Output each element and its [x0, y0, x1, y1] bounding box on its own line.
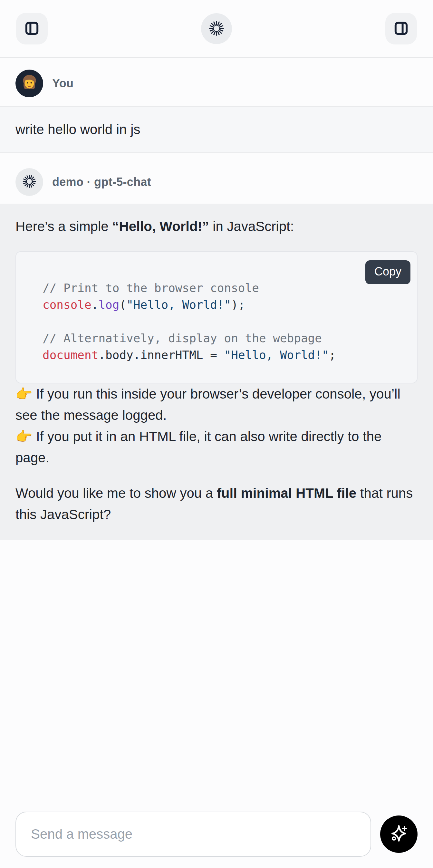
copy-code-button[interactable]: Copy: [365, 260, 410, 284]
panel-left-icon: [24, 21, 40, 37]
assistant-message: demo · gpt-5-chat Here’s a simple “Hello…: [0, 168, 433, 540]
question-bold: full minimal HTML file: [217, 486, 356, 501]
composer-bar: [0, 800, 433, 868]
chat-scroll-area: You write hello world in js demo · gpt-5…: [0, 58, 433, 800]
right-panel-toggle-button[interactable]: [385, 13, 417, 44]
code-block: Copy // Print to the browser consolecons…: [16, 251, 417, 383]
assistant-message-body: Here’s a simple “Hello, World!” in JavaS…: [0, 204, 433, 540]
question-prefix: Would you like me to show you a: [16, 486, 217, 501]
assistant-avatar: [16, 168, 43, 196]
sparkle-icon: [388, 823, 409, 845]
message-input[interactable]: [16, 812, 371, 857]
user-message-header: You: [0, 70, 433, 97]
tip-paragraph: 👉 If you put it in an HTML file, it can …: [16, 426, 417, 468]
panel-right-icon: [393, 21, 409, 37]
code-line: console.log("Hello, World!");: [42, 297, 404, 313]
model-spinner-button[interactable]: [201, 13, 232, 44]
user-message-text: write hello world in js: [16, 122, 417, 137]
chat-app: You write hello world in js demo · gpt-5…: [0, 0, 433, 868]
person-emoji-icon: [19, 73, 39, 94]
user-message-bubble: write hello world in js: [0, 106, 433, 153]
send-button[interactable]: [380, 815, 417, 853]
code-line: // Print to the browser console: [42, 280, 404, 297]
user-author-label: You: [52, 77, 73, 90]
code-content: // Print to the browser consoleconsole.l…: [42, 280, 404, 364]
question-paragraph: Would you like me to show you a full min…: [16, 483, 417, 525]
assistant-message-header: demo · gpt-5-chat: [0, 168, 433, 196]
user-avatar: [16, 70, 43, 97]
user-message: You write hello world in js: [0, 70, 433, 153]
top-bar: [0, 0, 433, 58]
code-line: document.body.innerHTML = "Hello, World!…: [42, 347, 404, 364]
assistant-author-label: demo · gpt-5-chat: [52, 175, 151, 189]
intro-paragraph: Here’s a simple “Hello, World!” in JavaS…: [16, 216, 417, 237]
starburst-icon: [208, 20, 225, 38]
code-line: [42, 313, 404, 330]
intro-bold: “Hello, World!”: [112, 219, 209, 234]
intro-suffix: in JavaScript:: [209, 219, 294, 234]
code-line: // Alternatively, display on the webpage: [42, 330, 404, 347]
intro-prefix: Here’s a simple: [16, 219, 112, 234]
starburst-icon: [22, 174, 37, 190]
tip-paragraph: 👉 If you run this inside your browser’s …: [16, 383, 417, 426]
sidebar-toggle-button[interactable]: [16, 13, 48, 44]
